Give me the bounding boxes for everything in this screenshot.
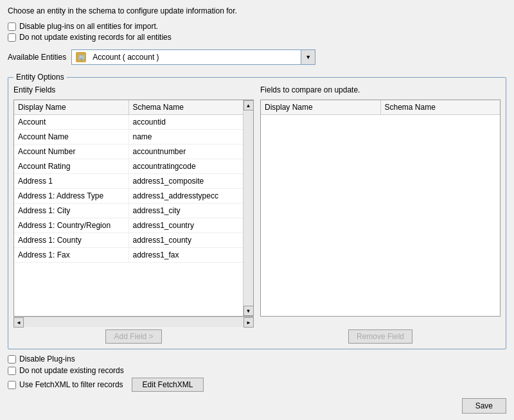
add-field-row: Add Field >: [13, 329, 254, 344]
edit-fetchxml-button[interactable]: Edit FetchXML: [132, 378, 204, 392]
use-fetchxml-label: Use FetchXML to filter records: [19, 380, 123, 389]
left-table-with-scroll: Display Name Schema Name Accountaccounti…: [13, 100, 254, 317]
entity-select-text: Account ( account ): [90, 53, 301, 62]
available-entities-label: Available Entities: [8, 53, 66, 62]
table-row[interactable]: Address 1: Cityaddress1_city: [14, 204, 243, 218]
tables-and-scroll: Display Name Schema Name Accountaccounti…: [13, 100, 501, 344]
left-table-header: Display Name Schema Name: [14, 100, 243, 115]
scroll-up-arrow[interactable]: ▲: [244, 100, 254, 110]
top-description: Choose an entity in the schema to config…: [8, 6, 506, 15]
chevron-down-icon: ▼: [305, 54, 311, 60]
global-disable-plugins-row: Disable plug-ins on all entities for imp…: [8, 22, 506, 31]
entity-icon: 🏢: [75, 51, 87, 64]
table-cell: accountnumber: [129, 144, 244, 159]
table-cell: address1_county: [129, 233, 244, 247]
hscroll-track[interactable]: [24, 317, 244, 327]
available-entities-row: Available Entities 🏢 Account ( account )…: [8, 49, 506, 65]
table-cell: Address 1: Address Type: [14, 189, 129, 203]
bottom-checkboxes: Disable Plug-ins Do not update existing …: [8, 354, 506, 392]
right-table-with-scroll: Display Name Schema Name: [260, 100, 501, 317]
scroll-down-arrow[interactable]: ▼: [244, 306, 254, 316]
table-cell: address1_addresstypecc: [129, 189, 244, 203]
add-field-button[interactable]: Add Field >: [105, 329, 161, 344]
do-not-update-label: Do not update existing records: [19, 366, 124, 375]
table-cell: Address 1: City: [14, 204, 129, 218]
table-cell: address1_city: [129, 204, 244, 218]
left-hscroll: ◄ ►: [13, 317, 254, 327]
left-vscroll: ▲ ▼: [243, 100, 253, 316]
use-fetchxml-checkbox[interactable]: [8, 381, 16, 389]
table-row[interactable]: Accountaccountid: [14, 115, 243, 130]
table-cell: Account Name: [14, 130, 129, 144]
table-cell: name: [129, 130, 244, 144]
save-button[interactable]: Save: [462, 398, 506, 414]
global-disable-plugins-checkbox[interactable]: [8, 22, 16, 31]
use-fetchxml-row: Use FetchXML to filter records Edit Fetc…: [8, 378, 506, 392]
hscroll-right-arrow[interactable]: ►: [244, 317, 254, 328]
remove-field-button[interactable]: Remove Field: [348, 329, 412, 344]
right-table-inner: Display Name Schema Name: [261, 100, 500, 316]
table-cell: accountratingcode: [129, 159, 244, 173]
table-row[interactable]: Account Ratingaccountratingcode: [14, 159, 243, 174]
global-do-not-update-checkbox[interactable]: [8, 33, 16, 42]
entity-dropdown-button[interactable]: ▼: [301, 50, 315, 64]
global-checkboxes: Disable plug-ins on all entities for imp…: [8, 22, 506, 42]
table-cell: Address 1: County: [14, 233, 129, 247]
entity-icon-img: 🏢: [76, 52, 86, 62]
table-cell: Address 1: Country/Region: [14, 218, 129, 232]
entity-options-legend: Entity Options: [13, 73, 67, 82]
hscroll-left-arrow[interactable]: ◄: [13, 317, 24, 328]
table-row[interactable]: Account Namename: [14, 130, 243, 144]
table-cell: address1_composite: [129, 174, 244, 188]
disable-plugins-checkbox[interactable]: [8, 355, 16, 363]
right-hscroll-spacer: [260, 317, 501, 327]
remove-field-row: Remove Field: [260, 329, 501, 344]
fields-headers-row: Entity Fields Fields to compare on updat…: [13, 85, 501, 94]
table-cell: address1_country: [129, 218, 244, 232]
table-cell: accountid: [129, 115, 244, 129]
disable-plugins-label: Disable Plug-ins: [19, 354, 75, 363]
main-container: Choose an entity in the schema to config…: [0, 0, 514, 420]
table-cell: Account Number: [14, 144, 129, 159]
table-cell: Account Rating: [14, 159, 129, 173]
right-table-body[interactable]: [261, 115, 500, 316]
table-row[interactable]: Address 1: Countyaddress1_county: [14, 233, 243, 248]
global-disable-plugins-label: Disable plug-ins on all entities for imp…: [19, 22, 158, 31]
right-side: Display Name Schema Name Remove Field: [260, 100, 501, 344]
table-row[interactable]: Address 1: Faxaddress1_fax: [14, 248, 243, 263]
footer-row: Save: [8, 396, 506, 414]
disable-plugins-row: Disable Plug-ins: [8, 354, 506, 363]
left-table-inner: Display Name Schema Name Accountaccounti…: [14, 100, 243, 316]
table-row[interactable]: Address 1: Address Typeaddress1_addresst…: [14, 189, 243, 204]
right-col-schema: Schema Name: [381, 100, 501, 114]
table-row[interactable]: Address 1: Country/Regionaddress1_countr…: [14, 218, 243, 233]
entity-fields-label: Entity Fields: [13, 85, 254, 94]
entity-options-group: Entity Options Entity Fields Fields to c…: [8, 73, 506, 349]
global-do-not-update-label: Do not update existing records for all e…: [19, 33, 172, 42]
left-table-body[interactable]: AccountaccountidAccount NamenameAccount …: [14, 115, 243, 316]
table-row[interactable]: Address 1address1_composite: [14, 174, 243, 189]
compare-fields-label: Fields to compare on update.: [260, 85, 501, 94]
table-cell: Address 1: [14, 174, 129, 188]
scroll-track[interactable]: [244, 110, 253, 306]
do-not-update-row: Do not update existing records: [8, 366, 506, 375]
table-cell: Address 1: Fax: [14, 248, 129, 262]
table-cell: Account: [14, 115, 129, 129]
table-row[interactable]: Account Numberaccountnumber: [14, 144, 243, 159]
entity-select-wrapper[interactable]: 🏢 Account ( account ) ▼: [71, 49, 315, 65]
do-not-update-checkbox[interactable]: [8, 367, 16, 375]
right-table-header: Display Name Schema Name: [261, 100, 500, 115]
global-do-not-update-row: Do not update existing records for all e…: [8, 33, 506, 42]
right-col-display: Display Name: [261, 100, 381, 114]
left-col-schema: Schema Name: [129, 100, 244, 114]
left-col-display: Display Name: [14, 100, 129, 114]
left-side: Display Name Schema Name Accountaccounti…: [13, 100, 254, 344]
table-cell: address1_fax: [129, 248, 244, 262]
